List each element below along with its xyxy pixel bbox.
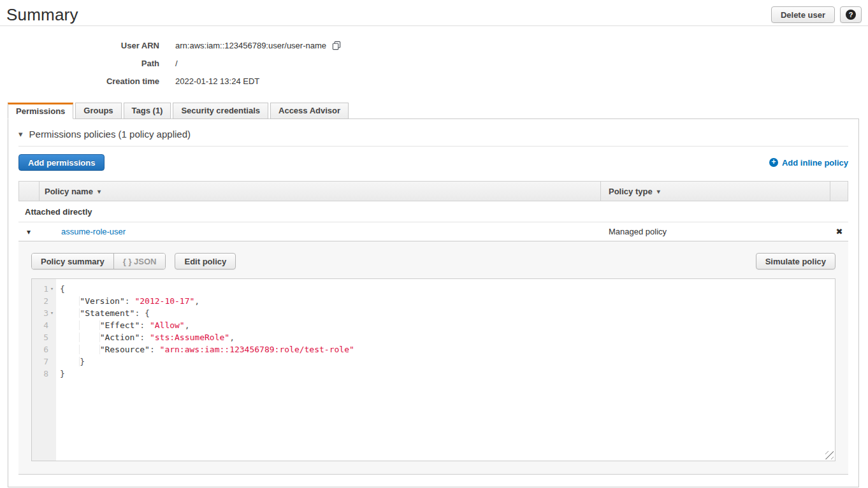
delete-user-button[interactable]: Delete user <box>771 6 835 23</box>
simulate-policy-button[interactable]: Simulate policy <box>756 253 835 269</box>
sort-caret-icon <box>657 188 660 195</box>
add-inline-policy-label: Add inline policy <box>782 158 848 168</box>
field-value: arn:aws:iam::123456789:user/user-name <box>175 41 341 50</box>
table-header-row: Policy name Policy type <box>18 181 848 201</box>
actions-column-header <box>830 182 848 201</box>
tab-access-advisor[interactable]: Access Advisor <box>270 103 349 119</box>
policy-detail-toolbar: Policy summary { } JSON Edit policy Simu… <box>31 253 835 269</box>
fold-caret-icon[interactable]: ▾ <box>48 283 55 295</box>
tabs-container: Permissions Groups Tags (1) Security cre… <box>8 103 859 487</box>
header-actions: Delete user <box>771 5 862 23</box>
editor-code-line: } <box>60 355 835 368</box>
tab-tags[interactable]: Tags (1) <box>124 103 171 119</box>
policy-name-column-header[interactable]: Policy name <box>40 182 600 201</box>
sort-caret-icon <box>98 188 101 195</box>
editor-line-number: 4 <box>32 319 56 331</box>
question-mark-icon <box>846 10 856 20</box>
editor-line-number: 5 <box>32 331 56 343</box>
field-label: User ARN <box>0 41 159 50</box>
policy-actions-row: Add permissions Add inline policy <box>18 154 848 171</box>
field-row-user-arn: User ARN arn:aws:iam::123456789:user/use… <box>0 36 868 54</box>
editor-line-number[interactable]: 3▾ <box>32 307 56 319</box>
field-row-path: Path / <box>0 54 868 72</box>
remove-policy-cell <box>830 222 848 241</box>
json-view-button[interactable]: { } JSON <box>113 254 166 269</box>
editor-line-number: 6 <box>32 343 56 355</box>
permissions-policies-section-toggle[interactable]: Permissions policies (1 policy applied) <box>8 119 858 140</box>
policy-type-cell: Managed policy <box>601 222 830 241</box>
edit-policy-button[interactable]: Edit policy <box>175 253 236 269</box>
policy-name-header-label: Policy name <box>45 187 93 196</box>
copy-arn-button[interactable] <box>331 41 341 50</box>
tab-bar: Permissions Groups Tags (1) Security cre… <box>8 103 859 119</box>
field-label: Creation time <box>0 76 159 86</box>
tab-security-credentials[interactable]: Security credentials <box>173 103 268 119</box>
row-expander-cell <box>18 222 39 241</box>
policy-name-cell: assume-role-user <box>39 222 601 241</box>
policy-name-link[interactable]: assume-role-user <box>61 227 126 236</box>
add-inline-policy-link[interactable]: Add inline policy <box>769 158 848 168</box>
page-title: Summary <box>6 5 78 25</box>
editor-code-line: } <box>60 368 835 380</box>
page-header: Summary Delete user <box>0 0 868 26</box>
group-label: Attached directly <box>25 207 92 217</box>
tab-permissions[interactable]: Permissions <box>8 103 73 119</box>
editor-line-number: 8 <box>32 368 56 380</box>
collapse-row-icon[interactable] <box>27 227 31 236</box>
policy-view-controls: Policy summary { } JSON Edit policy <box>31 253 236 269</box>
fold-caret-icon[interactable]: ▾ <box>48 307 55 319</box>
policy-summary-button[interactable]: Policy summary <box>32 254 113 269</box>
policy-detail-expanded-area: Policy summary { } JSON Edit policy Simu… <box>18 241 848 475</box>
policy-type-header-label: Policy type <box>609 187 653 196</box>
attached-directly-group-row: Attached directly <box>18 201 848 222</box>
policy-type-column-header[interactable]: Policy type <box>600 182 830 201</box>
editor-code-area: { "Version": "2012-10-17", "Statement": … <box>56 279 835 461</box>
policy-json-editor[interactable]: 1▾23▾45678 { "Version": "2012-10-17", "S… <box>31 278 835 461</box>
table-row: assume-role-user Managed policy <box>18 222 848 241</box>
editor-gutter: 1▾23▾45678 <box>32 279 56 461</box>
field-row-creation-time: Creation time 2022-01-12 13:24 EDT <box>0 72 868 90</box>
user-arn-value: arn:aws:iam::123456789:user/user-name <box>175 41 326 50</box>
permissions-tab-panel: Permissions policies (1 policy applied) … <box>8 119 859 487</box>
policy-view-segmented-control: Policy summary { } JSON <box>31 253 166 269</box>
remove-policy-x-icon[interactable] <box>836 227 843 236</box>
section-title: Permissions policies (1 policy applied) <box>29 129 191 140</box>
editor-line-number: 7 <box>32 355 56 368</box>
creation-time-value: 2022-01-12 13:24 EDT <box>175 76 259 86</box>
tab-groups[interactable]: Groups <box>75 103 121 119</box>
field-label: Path <box>0 59 159 68</box>
path-value: / <box>175 59 178 68</box>
user-summary-fields: User ARN arn:aws:iam::123456789:user/use… <box>0 36 868 90</box>
editor-line-number[interactable]: 1▾ <box>32 283 56 295</box>
editor-code-line: "Statement": { <box>60 307 835 319</box>
expander-column-header <box>19 182 40 201</box>
editor-line-number: 2 <box>32 295 56 307</box>
editor-code-line: "Effect": "Allow", <box>60 319 835 331</box>
editor-code-line: "Action": "sts:AssumeRole", <box>60 331 835 343</box>
editor-code-line: "Resource": "arn:aws:iam::123456789:role… <box>60 343 835 355</box>
add-permissions-button[interactable]: Add permissions <box>18 154 105 171</box>
section-divider <box>18 146 848 147</box>
policies-table: Policy name Policy type Attached directl… <box>18 181 848 475</box>
editor-code-line: { <box>60 283 835 295</box>
editor-code-line: "Version": "2012-10-17", <box>60 295 835 307</box>
copy-icon <box>331 41 341 50</box>
help-button[interactable] <box>840 6 862 23</box>
editor-resize-handle[interactable] <box>825 451 834 459</box>
plus-circle-icon <box>769 158 778 167</box>
chevron-down-icon <box>18 129 23 139</box>
